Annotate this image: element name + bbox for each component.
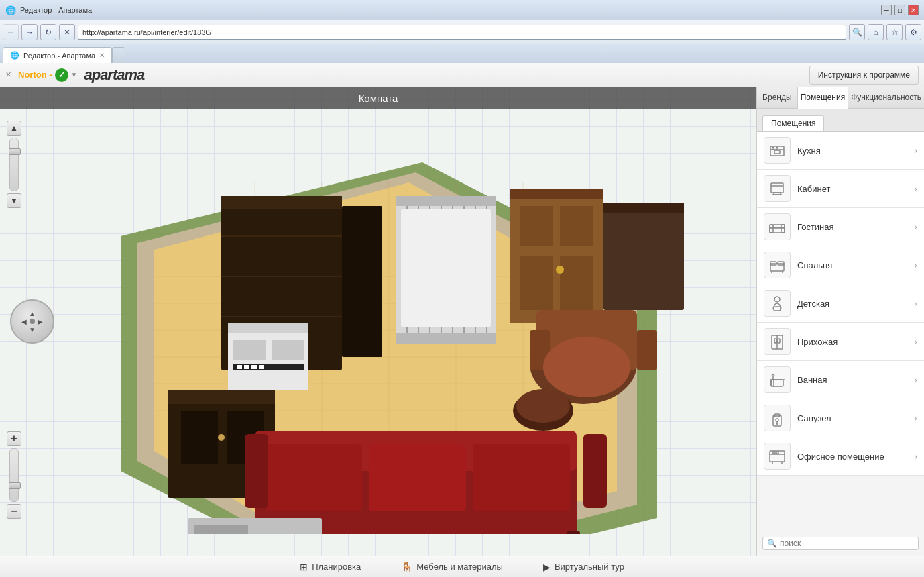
maximize-button[interactable]: □ bbox=[894, 5, 905, 15]
tab-tour[interactable]: ▶ Виртуальный тур bbox=[536, 562, 631, 572]
search-nav-button[interactable]: 🔍 bbox=[849, 24, 865, 40]
svg-rect-99 bbox=[771, 380, 774, 386]
svg-rect-28 bbox=[259, 365, 264, 369]
zoom-slider-thumb[interactable] bbox=[9, 482, 21, 489]
sidebar-search: 🔍 bbox=[757, 531, 924, 556]
close-button[interactable]: ✕ bbox=[908, 5, 919, 15]
title-bar: 🌐 Редактор - Апартама ─ □ ✕ bbox=[0, 0, 924, 20]
room-item-kids[interactable]: Детская › bbox=[757, 284, 924, 323]
address-bar[interactable]: http://apartama.ru/api/interier/edit/183… bbox=[78, 25, 846, 40]
tab-rooms[interactable]: Помещения bbox=[798, 87, 848, 109]
search-icon: 🔍 bbox=[767, 539, 777, 548]
tab-close-icon[interactable]: ✕ bbox=[99, 52, 105, 59]
vertical-slider-thumb[interactable] bbox=[9, 148, 21, 155]
zoom-up-button[interactable]: ▲ bbox=[7, 121, 21, 136]
sidebar-tabs: Бренды Помещения Функциональность bbox=[757, 87, 924, 109]
svg-rect-49 bbox=[560, 206, 593, 246]
room-item-restroom[interactable]: Санузел › bbox=[757, 399, 924, 437]
settings-button[interactable]: ⚙ bbox=[905, 24, 921, 40]
svg-rect-78 bbox=[771, 183, 783, 193]
svg-rect-30 bbox=[168, 390, 275, 404]
browser-title: Редактор - Апартама bbox=[20, 6, 92, 14]
tab-functionality[interactable]: Функциональность bbox=[848, 87, 924, 108]
svg-rect-45 bbox=[401, 209, 491, 327]
svg-rect-60 bbox=[265, 444, 362, 511]
pan-center bbox=[30, 319, 35, 324]
search-input[interactable] bbox=[780, 539, 914, 548]
tab-bar: 🌐 Редактор - Апартама ✕ + bbox=[0, 44, 924, 63]
room-viewport[interactable] bbox=[0, 109, 756, 534]
back-button[interactable]: ← bbox=[3, 24, 19, 40]
room-item-office2[interactable]: Офисное помещение › bbox=[757, 437, 924, 476]
svg-rect-36 bbox=[396, 333, 496, 344]
planning-label: Планировка bbox=[312, 562, 361, 572]
svg-rect-92 bbox=[774, 307, 781, 311]
bedroom-icon bbox=[764, 252, 791, 278]
browser-favicon: 🌐 bbox=[5, 5, 16, 15]
svg-rect-48 bbox=[520, 206, 553, 246]
browser-tab-active[interactable]: 🌐 Редактор - Апартама ✕ bbox=[3, 47, 112, 63]
close-norton-icon[interactable]: ✕ bbox=[5, 70, 11, 79]
tab-brands[interactable]: Бренды bbox=[757, 87, 798, 108]
svg-rect-31 bbox=[181, 411, 218, 464]
room-item-kitchen[interactable]: Кухня › bbox=[757, 132, 924, 170]
room-item-office[interactable]: Кабинет › bbox=[757, 170, 924, 208]
svg-rect-96 bbox=[778, 339, 780, 343]
tab-planning[interactable]: ⊞ Планировка bbox=[293, 562, 367, 572]
svg-rect-47 bbox=[510, 189, 603, 199]
bathroom-icon bbox=[764, 366, 791, 393]
vertical-slider[interactable] bbox=[9, 138, 19, 191]
furniture-label: Мебель и материалы bbox=[416, 562, 503, 572]
hallway-icon bbox=[764, 328, 791, 355]
svg-rect-105 bbox=[776, 421, 778, 424]
pan-control[interactable]: ▲ ◀ ▶ ▼ bbox=[10, 299, 54, 344]
office2-arrow-icon: › bbox=[914, 451, 917, 462]
nav-bar: ← → ↻ ✕ http://apartama.ru/api/interier/… bbox=[0, 20, 924, 44]
tab-furniture[interactable]: 🪑 Мебель и материалы bbox=[394, 562, 510, 572]
instruction-button[interactable]: Инструкция к программе bbox=[809, 66, 919, 85]
browser-tab-new[interactable]: + bbox=[112, 47, 125, 63]
svg-rect-109 bbox=[776, 452, 778, 454]
svg-rect-22 bbox=[233, 340, 266, 360]
right-sidebar: Бренды Помещения Функциональность Помеще… bbox=[756, 87, 924, 556]
room-title: Комната bbox=[359, 93, 398, 104]
pan-arrows: ▲ ◀ ▶ ▼ bbox=[20, 309, 44, 333]
tour-icon: ▶ bbox=[543, 562, 551, 572]
svg-point-76 bbox=[776, 148, 778, 150]
hallway-arrow-icon: › bbox=[914, 336, 917, 347]
favorites-button[interactable]: ☆ bbox=[886, 24, 903, 40]
svg-rect-106 bbox=[770, 451, 785, 462]
room-item-bedroom[interactable]: Спальня › bbox=[757, 246, 924, 284]
sub-tab-rooms[interactable]: Помещения bbox=[762, 115, 824, 131]
norton-dropdown-icon[interactable]: ▼ bbox=[71, 71, 78, 78]
room-3d-view[interactable] bbox=[20, 109, 724, 534]
kitchen-label: Кухня bbox=[797, 146, 907, 156]
zoom-plus-button[interactable]: + bbox=[7, 431, 21, 446]
svg-rect-84 bbox=[770, 225, 773, 233]
svg-rect-71 bbox=[603, 203, 684, 310]
kids-icon bbox=[764, 290, 791, 317]
norton-check-icon: ✓ bbox=[55, 68, 68, 82]
search-wrap: 🔍 bbox=[762, 537, 919, 550]
room-item-living[interactable]: Гостиная › bbox=[757, 208, 924, 246]
address-text: http://apartama.ru/api/interier/edit/183… bbox=[82, 28, 842, 36]
room-item-hallway[interactable]: Прихожая › bbox=[757, 323, 924, 361]
zoom-down-button[interactable]: ▼ bbox=[7, 193, 21, 208]
canvas-area[interactable]: Комната ▲ ▼ ▲ ◀ ▶ ▼ + − bbox=[0, 87, 756, 556]
stop-button[interactable]: ✕ bbox=[59, 24, 75, 40]
zoom-slider[interactable] bbox=[9, 448, 19, 502]
svg-point-68 bbox=[516, 389, 570, 423]
living-arrow-icon: › bbox=[914, 221, 917, 232]
svg-rect-70 bbox=[194, 525, 248, 534]
refresh-button[interactable]: ↻ bbox=[40, 24, 56, 40]
planning-icon: ⊞ bbox=[300, 562, 308, 572]
room-item-bathroom[interactable]: Ванная › bbox=[757, 361, 924, 399]
minimize-button[interactable]: ─ bbox=[881, 5, 892, 15]
living-label: Гостиная bbox=[797, 222, 907, 232]
home-button[interactable]: ⌂ bbox=[868, 24, 884, 40]
kitchen-icon bbox=[764, 137, 791, 164]
svg-rect-15 bbox=[221, 196, 342, 209]
zoom-minus-button[interactable]: − bbox=[7, 504, 21, 519]
app-toolbar: ✕ Norton - ✓ ▼ apartama Инструкция к про… bbox=[0, 63, 924, 87]
forward-button[interactable]: → bbox=[21, 24, 38, 40]
